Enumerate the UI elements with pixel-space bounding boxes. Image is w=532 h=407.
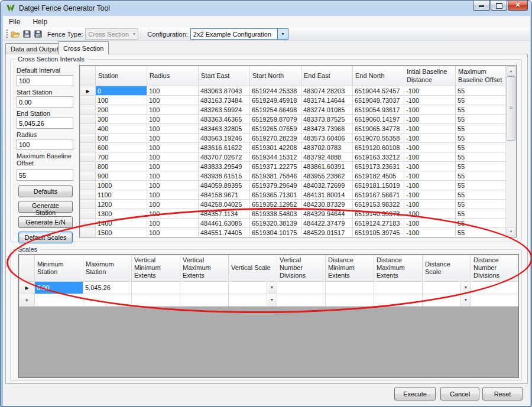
cell[interactable]: 5,045.26 [83, 281, 132, 294]
row-header[interactable] [80, 162, 96, 171]
cell[interactable]: 1000 [96, 181, 147, 190]
row-header[interactable] [80, 152, 96, 162]
cell[interactable]: -100 [404, 209, 456, 219]
cell[interactable]: 6519259.87079 [250, 115, 301, 124]
row-header[interactable] [80, 171, 96, 181]
cell[interactable]: 6519120.60108 [353, 143, 404, 152]
cell[interactable]: 6519182.4505 [353, 171, 404, 181]
column-header[interactable]: Start North [250, 66, 301, 86]
cell[interactable]: 100 [147, 96, 199, 105]
cell[interactable]: 483573.60406 [301, 134, 353, 143]
row-header[interactable] [80, 105, 96, 115]
cell[interactable]: 6519173.23631 [353, 162, 404, 171]
cell[interactable]: 6519365.71301 [250, 190, 301, 200]
cell[interactable]: 6519301.42208 [250, 143, 301, 152]
cell[interactable]: 1100 [96, 190, 147, 200]
column-header[interactable]: Station [96, 66, 147, 86]
start-station-field[interactable] [17, 96, 73, 108]
cell[interactable]: 200 [96, 105, 147, 115]
cell[interactable]: -100 [404, 134, 456, 143]
column-header[interactable]: End North [353, 66, 404, 86]
cell[interactable]: 6519049.73037 [353, 96, 404, 105]
cell[interactable] [277, 281, 326, 294]
cell[interactable]: 6519163.33212 [353, 152, 404, 162]
cell[interactable]: 55 [456, 228, 507, 237]
default-interval-field[interactable] [17, 75, 73, 86]
column-header[interactable]: Maximum Baseline Offset [456, 66, 507, 86]
cell[interactable]: 484422.37479 [301, 219, 353, 228]
cell[interactable]: 100 [147, 162, 199, 171]
cell[interactable]: 0 [96, 86, 147, 96]
column-header[interactable]: Distance Maximum Extents [374, 255, 423, 282]
column-header[interactable]: Vertical Maximum Extents [180, 255, 229, 282]
open-file-button[interactable] [10, 29, 21, 40]
cell[interactable]: 100 [147, 143, 199, 152]
cell[interactable]: 100 [147, 181, 199, 190]
cell[interactable]: 1300 [96, 209, 147, 219]
radius-field[interactable] [17, 139, 73, 150]
cell[interactable] [471, 294, 520, 306]
cell[interactable]: 6519338.54803 [250, 209, 301, 219]
row-header[interactable] [80, 209, 96, 219]
cell[interactable]: 55 [456, 105, 507, 115]
cell[interactable]: 483063.87043 [199, 86, 250, 96]
row-header[interactable] [80, 190, 96, 200]
column-header[interactable]: Maximum Station [83, 255, 132, 282]
cell[interactable]: 6519153.98322 [353, 200, 404, 209]
cell[interactable]: 55 [456, 86, 507, 96]
cell[interactable]: 484258.04025 [199, 200, 250, 209]
cell[interactable]: 6519270.28239 [250, 134, 301, 143]
cell[interactable]: 100 [147, 228, 199, 237]
dropdown-button[interactable]: ▼ [460, 282, 471, 294]
cell[interactable]: 100 [147, 219, 199, 228]
cell[interactable]: 6519054.93617 [353, 105, 404, 115]
cell[interactable]: -100 [404, 115, 456, 124]
cell[interactable]: 483163.73484 [199, 96, 250, 105]
cell[interactable]: 6519044.52457 [353, 86, 404, 96]
cell[interactable]: 6519124.27183 [353, 219, 404, 228]
column-header[interactable]: Minimum Station [35, 255, 83, 282]
cell[interactable]: 700 [96, 152, 147, 162]
cell[interactable]: 6519167.56671 [353, 190, 404, 200]
cell[interactable] [35, 294, 83, 306]
cell[interactable]: 100 [147, 134, 199, 143]
cell[interactable] [277, 294, 326, 306]
cell[interactable]: 483955.23862 [301, 171, 353, 181]
cell[interactable]: 55 [456, 162, 507, 171]
cell[interactable]: 100 [147, 190, 199, 200]
cell[interactable]: 900 [96, 171, 147, 181]
cell[interactable]: 484461.63085 [199, 219, 250, 228]
cell[interactable]: 6519105.39745 [353, 228, 404, 237]
cell[interactable]: 483792.4888 [301, 152, 353, 162]
cell[interactable]: 483707.02672 [199, 152, 250, 162]
cell[interactable]: 6519249.45918 [250, 96, 301, 105]
cell[interactable]: 6519244.25338 [250, 86, 301, 96]
defaults-button[interactable]: Defaults [18, 185, 73, 197]
column-header[interactable]: Intial Baseline Distance [404, 66, 456, 86]
cell[interactable]: -100 [404, 228, 456, 237]
maximize-button[interactable] [491, 1, 507, 11]
cell[interactable]: ▼ [423, 294, 471, 306]
cell[interactable]: 100 [147, 105, 199, 115]
save-button[interactable] [21, 29, 32, 40]
column-header[interactable]: Radius [147, 66, 199, 86]
cell[interactable]: 483074.28203 [301, 86, 353, 96]
cell[interactable]: 100 [147, 86, 199, 96]
cell[interactable]: 484529.01517 [301, 228, 353, 237]
cell[interactable]: ▼ [423, 281, 471, 294]
cell[interactable]: 6519265.07659 [250, 124, 301, 134]
configuration-combobox[interactable]: 2x2 Example Configuration ▼ [190, 28, 288, 40]
column-header[interactable]: Start East [199, 66, 250, 86]
cell[interactable]: 100 [147, 171, 199, 181]
scroll-down-button[interactable]: ▼ [507, 227, 515, 236]
cell[interactable]: -100 [404, 143, 456, 152]
cell[interactable]: 100 [147, 200, 199, 209]
cell[interactable]: 6519060.14197 [353, 115, 404, 124]
scrollbar-thumb[interactable]: ≡ [507, 76, 515, 141]
cell[interactable]: -100 [404, 162, 456, 171]
cell[interactable]: 500 [96, 134, 147, 143]
column-header[interactable]: Distance Minimum Extents [326, 255, 374, 282]
cell[interactable]: -100 [404, 124, 456, 134]
configuration-dropdown-button[interactable]: ▼ [277, 29, 288, 39]
cell[interactable]: 483363.46365 [199, 115, 250, 124]
